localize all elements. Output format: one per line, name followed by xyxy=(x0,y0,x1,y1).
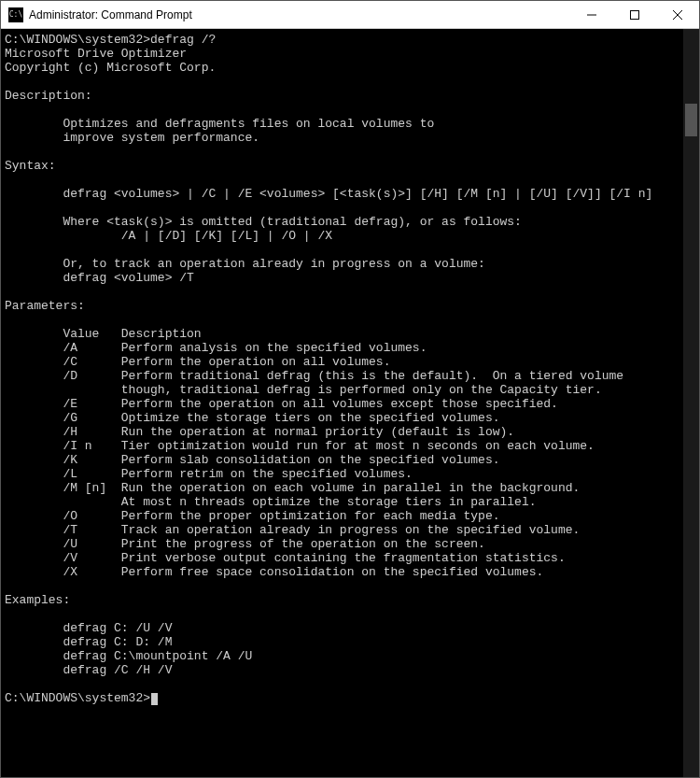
line: defrag <volumes> | /C | /E <volumes> [<t… xyxy=(5,187,652,201)
line: Description: xyxy=(5,89,92,103)
line: defrag /C /H /V xyxy=(5,663,172,677)
line: /G Optimize the storage tiers on the spe… xyxy=(5,411,500,425)
line: C:\WINDOWS\system32>defrag /? xyxy=(5,33,216,47)
titlebar[interactable]: C:\ Administrator: Command Prompt xyxy=(1,1,699,29)
close-icon xyxy=(673,10,682,20)
line: /E Perform the operation on all volumes … xyxy=(5,397,558,411)
line: Value Description xyxy=(5,327,202,341)
line: /C Perform the operation on all volumes. xyxy=(5,355,390,369)
command-prompt-window: C:\ Administrator: Command Prompt C:\WIN… xyxy=(0,0,700,778)
line: Microsoft Drive Optimizer xyxy=(5,47,187,61)
line: /H Run the operation at normal priority … xyxy=(5,425,514,439)
line: defrag C: /U /V xyxy=(5,621,172,635)
line: /T Track an operation already in progres… xyxy=(5,523,580,537)
line: Parameters: xyxy=(5,299,85,313)
line: Examples: xyxy=(5,593,70,607)
minimize-icon xyxy=(587,10,596,20)
window-title: Administrator: Command Prompt xyxy=(29,8,570,21)
line: Where <task(s)> is omitted (traditional … xyxy=(5,215,522,229)
line: /X Perform free space consolidation on t… xyxy=(5,565,543,579)
line: defrag C:\mountpoint /A /U xyxy=(5,649,252,663)
line: /L Perform retrim on the specified volum… xyxy=(5,467,413,481)
cursor xyxy=(151,693,158,705)
line: /D Perform traditional defrag (this is t… xyxy=(5,369,623,383)
cmd-icon: C:\ xyxy=(8,7,23,22)
line: /I n Tier optimization would run for at … xyxy=(5,439,595,453)
prompt-text: C:\WINDOWS\system32> xyxy=(5,691,150,705)
maximize-icon xyxy=(630,10,639,20)
line: /V Print verbose output containing the f… xyxy=(5,551,566,565)
line: Or, to track an operation already in pro… xyxy=(5,257,485,271)
line: /U Print the progress of the operation o… xyxy=(5,537,485,551)
svg-rect-1 xyxy=(631,10,639,19)
maximize-button[interactable] xyxy=(613,1,656,28)
terminal-area: C:\WINDOWS\system32>defrag /? Microsoft … xyxy=(1,29,699,777)
prompt[interactable]: C:\WINDOWS\system32> xyxy=(5,691,158,705)
scrollbar[interactable] xyxy=(683,29,699,777)
line: /A | [/D] [/K] [/L] | /O | /X xyxy=(5,229,332,243)
scrollbar-thumb[interactable] xyxy=(685,104,697,136)
line: Copyright (c) Microsoft Corp. xyxy=(5,61,216,75)
line: At most n threads optimize the storage t… xyxy=(5,495,537,509)
window-controls xyxy=(570,1,699,28)
line: defrag <volume> /T xyxy=(5,271,194,285)
line: Optimizes and defragments files on local… xyxy=(5,117,434,131)
line: Syntax: xyxy=(5,159,56,173)
line: though, traditional defrag is performed … xyxy=(5,383,602,397)
terminal-output[interactable]: C:\WINDOWS\system32>defrag /? Microsoft … xyxy=(1,29,683,777)
cmd-icon-text: C:\ xyxy=(9,11,22,19)
line: improve system performance. xyxy=(5,131,259,145)
line: /A Perform analysis on the specified vol… xyxy=(5,341,427,355)
line: /O Perform the proper optimization for e… xyxy=(5,509,500,523)
line: /M [n] Run the operation on each volume … xyxy=(5,481,580,495)
minimize-button[interactable] xyxy=(570,1,613,28)
line: /K Perform slab consolidation on the spe… xyxy=(5,453,500,467)
close-button[interactable] xyxy=(656,1,699,28)
line: defrag C: D: /M xyxy=(5,635,172,649)
